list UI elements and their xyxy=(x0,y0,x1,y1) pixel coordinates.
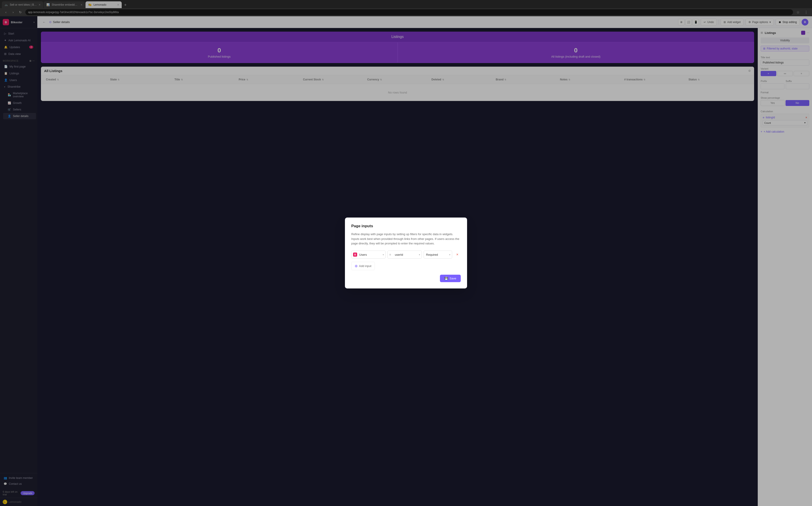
save-icon: 💾 xyxy=(445,277,448,280)
page-inputs-modal: Page inputs Refine display with page inp… xyxy=(345,218,467,288)
requirement-select-wrap: Required Optional ▾ xyxy=(424,251,452,259)
modal-title: Page inputs xyxy=(351,224,461,228)
input-row-delete-button[interactable]: × xyxy=(454,251,461,258)
field-select-wrap: ≡ userId listingId email name ▾ xyxy=(388,251,422,259)
modal-input-row: B Users Listings Transactions ▾ ≡ userId… xyxy=(351,251,461,259)
source-select-wrap: B Users Listings Transactions ▾ xyxy=(351,251,386,259)
modal-footer: 💾 Save xyxy=(351,275,461,282)
modal-overlay[interactable]: Page inputs Refine display with page inp… xyxy=(0,0,812,506)
add-input-label: Add input xyxy=(359,264,371,268)
add-input-icon: ⊕ xyxy=(355,264,358,268)
source-select[interactable]: Users Listings Transactions xyxy=(351,251,386,259)
requirement-select[interactable]: Required Optional xyxy=(424,251,452,259)
save-label: Save xyxy=(450,277,456,280)
save-button[interactable]: 💾 Save xyxy=(440,275,461,282)
modal-description: Refine display with page inputs by setti… xyxy=(351,232,461,246)
field-select[interactable]: userId listingId email name xyxy=(388,251,422,259)
add-input-button[interactable]: ⊕ Add input xyxy=(351,262,375,270)
